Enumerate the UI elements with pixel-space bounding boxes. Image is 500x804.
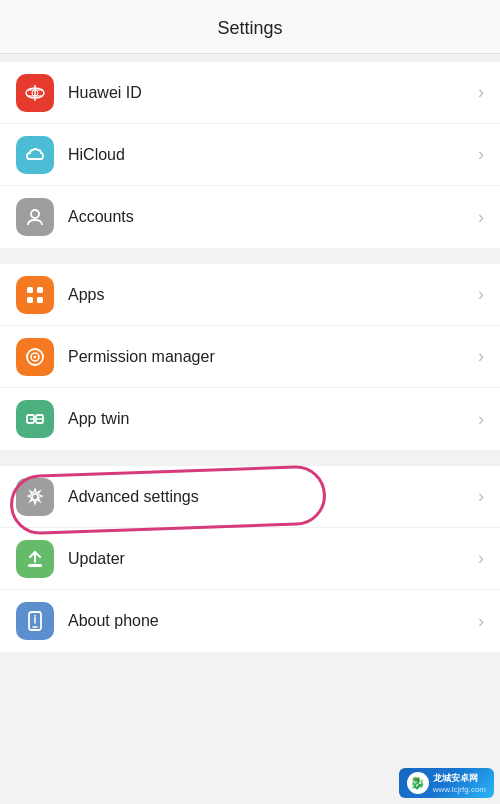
settings-item-advanced-settings[interactable]: Advanced settings › (0, 466, 500, 528)
settings-item-about-phone[interactable]: About phone › (0, 590, 500, 652)
watermark-area: 🐉 龙城安卓网 www.lcjrfg.com (399, 768, 494, 798)
huawei-icon-svg (24, 82, 46, 104)
watermark-text: 龙城安卓网 www.lcjrfg.com (433, 772, 486, 794)
permission-icon-svg (24, 346, 46, 368)
svg-rect-8 (27, 297, 33, 303)
settings-page: Settings Huawei ID › (0, 0, 500, 804)
settings-item-permission-manager[interactable]: Permission manager › (0, 326, 500, 388)
hicloud-icon (16, 136, 54, 174)
section-gap-1 (0, 256, 500, 264)
hicloud-label: HiCloud (68, 146, 478, 164)
huawei-id-icon (16, 74, 54, 112)
about-phone-label: About phone (68, 612, 478, 630)
header-bar: Settings (0, 0, 500, 54)
apps-label: Apps (68, 286, 478, 304)
chevron-icon: › (478, 207, 484, 228)
advanced-settings-icon (16, 478, 54, 516)
svg-rect-18 (28, 564, 42, 567)
settings-item-app-twin[interactable]: App twin › (0, 388, 500, 450)
apps-icon-svg (24, 284, 46, 306)
watermark-site: 龙城安卓网 (433, 772, 486, 785)
accounts-icon-svg (24, 206, 46, 228)
settings-item-apps[interactable]: Apps › (0, 264, 500, 326)
about-phone-icon (16, 602, 54, 640)
chevron-icon: › (478, 548, 484, 569)
svg-rect-6 (27, 287, 33, 293)
chevron-icon: › (478, 346, 484, 367)
page-title: Settings (217, 18, 282, 38)
svg-point-12 (34, 355, 37, 358)
advanced-settings-label: Advanced settings (68, 488, 478, 506)
chevron-icon: › (478, 486, 484, 507)
app-twin-icon (16, 400, 54, 438)
permission-manager-label: Permission manager (68, 348, 478, 366)
settings-item-accounts[interactable]: Accounts › (0, 186, 500, 248)
svg-point-5 (31, 210, 39, 218)
svg-rect-7 (37, 287, 43, 293)
updater-icon-svg (24, 548, 46, 570)
chevron-icon: › (478, 144, 484, 165)
permission-manager-icon (16, 338, 54, 376)
section-gap-2 (0, 458, 500, 466)
svg-point-22 (34, 615, 36, 617)
updater-label: Updater (68, 550, 478, 568)
huawei-id-label: Huawei ID (68, 84, 478, 102)
apptwin-icon-svg (24, 408, 46, 430)
system-section: Advanced settings › Updater › (0, 466, 500, 652)
dragon-logo: 🐉 (407, 772, 429, 794)
chevron-icon: › (478, 82, 484, 103)
app-twin-label: App twin (68, 410, 478, 428)
hicloud-icon-svg (24, 144, 46, 166)
aboutphone-icon-svg (24, 610, 46, 632)
account-section: Huawei ID › HiCloud › Accounts › (0, 62, 500, 248)
updater-icon (16, 540, 54, 578)
advanced-icon-svg (24, 486, 46, 508)
apps-icon (16, 276, 54, 314)
settings-item-updater[interactable]: Updater › (0, 528, 500, 590)
accounts-icon (16, 198, 54, 236)
apps-section: Apps › Permission manager › (0, 264, 500, 450)
chevron-icon: › (478, 284, 484, 305)
settings-item-hicloud[interactable]: HiCloud › (0, 124, 500, 186)
accounts-label: Accounts (68, 208, 478, 226)
settings-item-huawei-id[interactable]: Huawei ID › (0, 62, 500, 124)
chevron-icon: › (478, 611, 484, 632)
watermark-url: www.lcjrfg.com (433, 785, 486, 794)
svg-rect-9 (37, 297, 43, 303)
chevron-icon: › (478, 409, 484, 430)
